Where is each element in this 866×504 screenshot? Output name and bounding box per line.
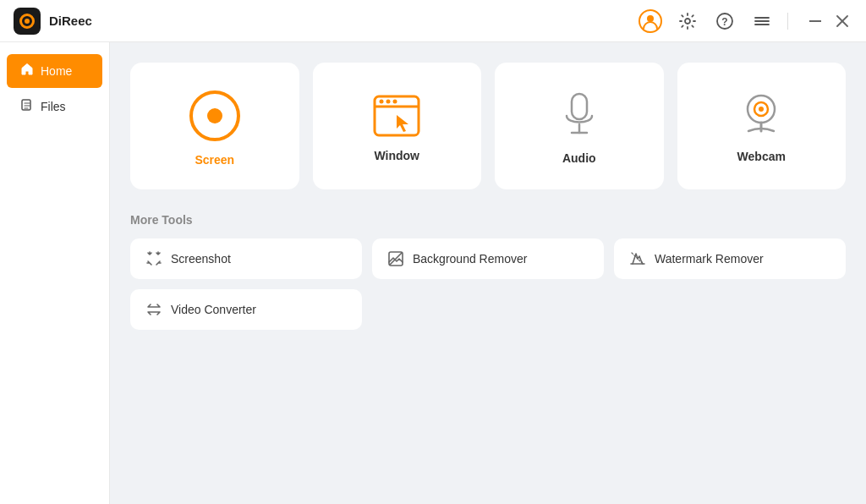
- webcam-card-label: Webcam: [737, 150, 786, 163]
- screenshot-icon: [145, 250, 162, 267]
- sidebar: Home Files: [0, 42, 110, 504]
- watermark-remover-label: Watermark Remover: [655, 252, 764, 266]
- svg-point-2: [685, 19, 690, 24]
- video-converter-label: Video Converter: [171, 303, 256, 316]
- svg-rect-17: [572, 94, 587, 119]
- logo-ring: [19, 14, 35, 29]
- help-icon[interactable]: ?: [713, 9, 737, 33]
- sidebar-item-home-label: Home: [41, 64, 72, 78]
- sidebar-item-files[interactable]: Files: [7, 90, 102, 123]
- webcam-record-card[interactable]: Webcam: [677, 63, 847, 189]
- sidebar-item-home[interactable]: Home: [7, 54, 102, 88]
- window-controls: [805, 11, 852, 31]
- svg-point-15: [386, 100, 391, 104]
- svg-text:?: ?: [721, 15, 727, 27]
- audio-record-card[interactable]: Audio: [495, 63, 664, 189]
- tools-grid: Screenshot Background Remover: [130, 238, 846, 330]
- svg-point-14: [380, 100, 384, 104]
- screen-icon-wrap: [189, 90, 240, 141]
- audio-icon-wrap: [562, 92, 597, 140]
- title-bar-right: ?: [639, 9, 852, 33]
- title-bar-left: DiReec: [14, 8, 92, 35]
- tool-card-video-converter[interactable]: Video Converter: [130, 289, 362, 330]
- separator: [787, 13, 788, 30]
- home-icon: [20, 63, 34, 79]
- audio-icon: [562, 92, 597, 140]
- app-logo: [14, 8, 41, 35]
- content-area: Screen Window: [110, 42, 866, 504]
- window-icon: [373, 95, 420, 137]
- main-layout: Home Files Screen: [0, 42, 866, 504]
- webcam-icon-wrap: [740, 94, 782, 138]
- user-profile-icon[interactable]: [639, 9, 662, 33]
- tool-card-background-remover[interactable]: Background Remover: [372, 238, 604, 279]
- menu-icon[interactable]: [750, 9, 774, 33]
- screen-icon-dot: [207, 108, 222, 123]
- webcam-icon: [740, 94, 782, 138]
- screen-icon: [189, 90, 240, 141]
- window-card-label: Window: [374, 149, 419, 162]
- background-remover-label: Background Remover: [413, 252, 527, 266]
- screenshot-label: Screenshot: [171, 252, 231, 266]
- screen-card-label: Screen: [195, 153, 234, 167]
- settings-icon[interactable]: [676, 9, 699, 33]
- tool-card-watermark-remover[interactable]: Watermark Remover: [614, 238, 846, 279]
- svg-point-22: [759, 107, 764, 112]
- logo-dot: [25, 19, 30, 24]
- title-bar: DiReec ?: [0, 0, 866, 42]
- tool-card-screenshot[interactable]: Screenshot: [130, 238, 362, 279]
- close-button[interactable]: [832, 11, 852, 31]
- sidebar-item-files-label: Files: [41, 100, 66, 113]
- svg-point-1: [647, 15, 654, 22]
- watermark-remover-icon: [629, 250, 646, 267]
- more-tools-title: More Tools: [130, 213, 846, 227]
- screen-record-card[interactable]: Screen: [130, 63, 299, 189]
- window-icon-wrap: [373, 95, 420, 137]
- minimize-button[interactable]: [805, 11, 825, 31]
- audio-card-label: Audio: [562, 151, 596, 165]
- svg-point-16: [393, 100, 397, 104]
- video-converter-icon: [145, 301, 162, 318]
- files-icon: [20, 98, 34, 115]
- more-tools-section: More Tools Screenshot: [130, 213, 846, 330]
- app-title: DiReec: [49, 14, 92, 28]
- background-remover-icon: [387, 250, 404, 267]
- window-record-card[interactable]: Window: [313, 63, 482, 189]
- recording-cards-grid: Screen Window: [130, 63, 846, 189]
